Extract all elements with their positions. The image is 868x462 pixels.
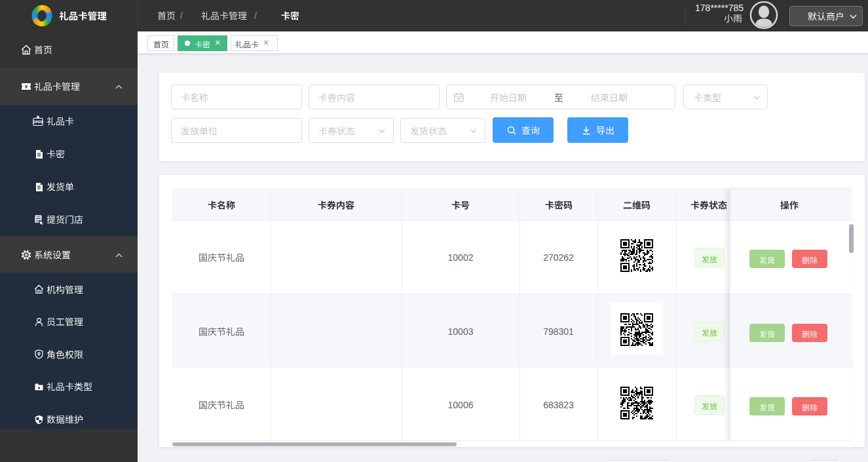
svg-text:¥: ¥ <box>25 84 28 90</box>
svg-text:OPEN: OPEN <box>33 120 43 124</box>
